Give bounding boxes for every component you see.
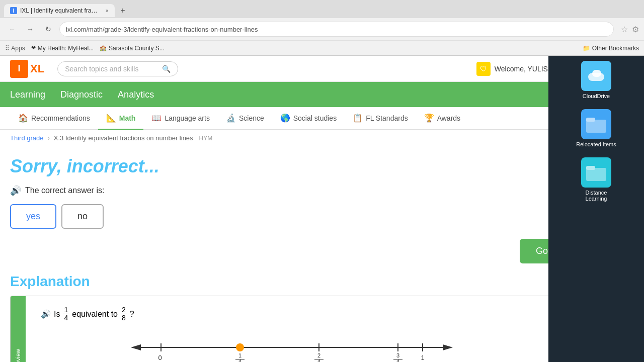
ixl-nav: Learning Diagnostic Analytics (0, 82, 644, 107)
search-bar[interactable]: Search topics and skills 🔍 (57, 61, 178, 76)
svg-rect-60 (586, 118, 595, 122)
apps-button[interactable]: ⠿ Apps (5, 45, 25, 52)
social-studies-icon: 🌎 (280, 113, 290, 123)
answer-no-button[interactable]: no (61, 204, 104, 229)
tab-math-label: Math (119, 114, 136, 122)
tab-fl-standards[interactable]: 📋 FL Standards (345, 107, 416, 130)
tab-science[interactable]: 🔬 Science (218, 107, 272, 130)
tab-math[interactable]: 📐 Math (98, 107, 144, 130)
bookmark-label2: Sarasota County S... (109, 45, 165, 52)
desktop-sidebar: CloudDrive Relocated Items Distance Lear… (548, 56, 644, 362)
tab-awards-label: Awards (437, 114, 460, 122)
bookmark-myhealth[interactable]: ❤ My Health: MyHeal... (31, 45, 94, 52)
svg-text:4: 4 (238, 358, 242, 362)
breadcrumb: Third grade › X.3 Identify equivalent fr… (0, 130, 644, 146)
language-arts-icon: 📖 (151, 113, 162, 123)
tab-science-label: Science (239, 114, 264, 122)
fraction-1: 1 4 (63, 306, 69, 322)
address-text: ixl.com/math/grade-3/identify-equivalent… (66, 26, 258, 33)
new-tab-button[interactable]: + (117, 5, 129, 17)
tab-fl-standards-label: FL Standards (366, 114, 408, 122)
correct-answer-row: 🔊 The correct answer is: (10, 185, 574, 196)
main-content: Sorry, incorrect... 🔊 The correct answer… (0, 146, 644, 362)
bookmark-favicon2: 🏫 (100, 45, 107, 51)
distance-learning-icon (581, 157, 611, 188)
relocated-label: Relocated Items (576, 141, 616, 147)
bookmarks-folder-icon: 📁 (583, 45, 590, 52)
relocated-icon (581, 109, 611, 139)
awards-icon: 🏆 (424, 113, 434, 123)
tab-recommendations[interactable]: 🏠 Recommendations (10, 107, 98, 130)
svg-rect-62 (586, 166, 595, 170)
svg-text:1: 1 (421, 354, 424, 361)
active-tab[interactable]: I IXL | Identify equivalent fractions...… (4, 4, 115, 17)
logo-text: XL (30, 62, 44, 75)
tab-social-studies[interactable]: 🌎 Social studies (272, 107, 345, 130)
nav-analytics[interactable]: Analytics (118, 83, 154, 106)
tab-close-btn[interactable]: × (106, 8, 109, 14)
tab-language-arts[interactable]: 📖 Language arts (143, 107, 218, 130)
desktop-icon-clouddrive[interactable]: CloudDrive (576, 61, 616, 99)
clouddrive-label: CloudDrive (583, 93, 610, 99)
desktop-icon-relocated[interactable]: Relocated Items (576, 109, 616, 147)
speaker-icon: 🔊 (10, 185, 21, 196)
other-bookmarks[interactable]: 📁 Other Bookmarks (583, 45, 639, 52)
desktop-icon-distance-learning[interactable]: Distance Learning (576, 157, 616, 202)
back-button[interactable]: ← (5, 22, 19, 36)
correct-answer-label: The correct answer is: (25, 186, 104, 195)
tab-awards[interactable]: 🏆 Awards (416, 107, 468, 130)
number-line-box: review 🔊 Is 1 4 equivalent to 2 8 (10, 296, 574, 362)
svg-text:4: 4 (317, 358, 320, 362)
nl-question: 🔊 Is 1 4 equivalent to 2 8 ? (21, 306, 563, 322)
tab-language-arts-label: Language arts (165, 114, 210, 122)
breadcrumb-grade[interactable]: Third grade (10, 134, 43, 142)
breadcrumb-sep: › (47, 134, 49, 142)
svg-text:1: 1 (238, 352, 242, 358)
tab-social-studies-label: Social studies (293, 114, 337, 122)
review-label: review (15, 349, 22, 362)
breadcrumb-skill: X.3 Identify equivalent fractions on num… (54, 134, 193, 142)
math-icon: 📐 (106, 113, 116, 123)
fraction-2: 2 8 (121, 306, 127, 322)
nav-diagnostic[interactable]: Diagnostic (60, 83, 103, 106)
tab-label: IXL | Identify equivalent fractions... (20, 7, 100, 14)
logo-box: I (10, 60, 28, 78)
bookmark-star-icon[interactable]: ☆ (621, 25, 628, 34)
refresh-button[interactable]: ↻ (41, 22, 55, 36)
subject-tabs: 🏠 Recommendations 📐 Math 📖 Language arts… (0, 107, 644, 130)
content-left: Sorry, incorrect... 🔊 The correct answer… (10, 156, 574, 362)
answer-yes-button[interactable]: yes (10, 204, 56, 229)
nav-learning[interactable]: Learning (10, 83, 45, 106)
svg-point-19 (236, 343, 244, 351)
tab-recommendations-label: Recommendations (31, 114, 90, 122)
fraction-2-num: 2 (121, 306, 127, 314)
search-icon: 🔍 (162, 65, 171, 73)
bookmark-sarasota[interactable]: 🏫 Sarasota County S... (100, 45, 165, 52)
other-bookmarks-label: Other Bookmarks (592, 45, 639, 52)
forward-button[interactable]: → (23, 22, 37, 36)
tab-favicon: I (10, 7, 17, 14)
tab-bar: I IXL | Identify equivalent fractions...… (0, 0, 644, 18)
extensions-icon[interactable]: ⚙ (632, 25, 639, 34)
fraction-1-num: 1 (63, 306, 69, 314)
sorry-heading: Sorry, incorrect... (10, 156, 574, 177)
svg-rect-57 (592, 70, 601, 77)
search-placeholder: Search topics and skills (65, 65, 138, 73)
shield-icon: 🛡 (476, 62, 491, 76)
review-tab[interactable]: review (11, 296, 26, 362)
clouddrive-icon (581, 61, 611, 91)
svg-text:3: 3 (396, 352, 399, 358)
fraction-2-den: 8 (121, 314, 127, 322)
question-pre: Is (54, 310, 60, 319)
svg-marker-2 (131, 344, 141, 350)
speaker-icon-2: 🔊 (41, 309, 51, 319)
ixl-logo: I XL (10, 60, 44, 78)
bookmark-label: My Health: MyHeal... (38, 45, 94, 52)
distance-learning-label: Distance Learning (576, 190, 616, 202)
svg-text:2: 2 (317, 352, 320, 358)
bookmark-favicon: ❤ (31, 45, 36, 51)
address-input[interactable]: ixl.com/math/grade-3/identify-equivalent… (59, 22, 614, 37)
breadcrumb-code: HYM (199, 135, 213, 142)
svg-text:0: 0 (158, 354, 162, 361)
fraction-1-den: 4 (63, 314, 69, 322)
